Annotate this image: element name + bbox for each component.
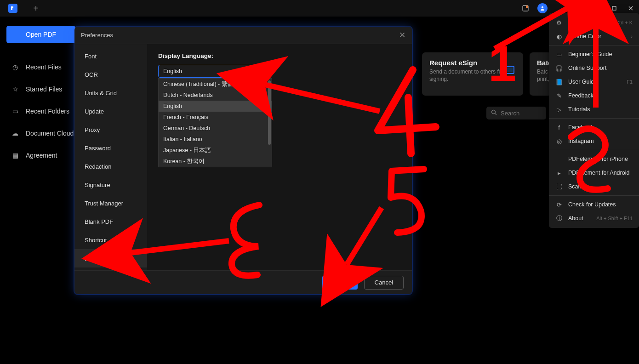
document-icon: ▤ (11, 151, 19, 159)
dialog-tab-proxy[interactable]: Proxy (74, 120, 147, 139)
star-icon: ☆ (11, 85, 19, 93)
menu-item-preferences[interactable]: ⚙PreferencesCtrl + K (549, 16, 639, 29)
sidebar-item-label: Agreement (26, 152, 57, 159)
menu-item-feedback[interactable]: ✎Feedback (549, 89, 639, 102)
menu-item-facebook[interactable]: fFacebook (549, 120, 639, 134)
display-language-label: Display Language: (158, 52, 401, 59)
menu-icon: ◐ (555, 33, 563, 40)
language-option[interactable]: Korean - 한국어 (159, 156, 272, 167)
menu-label: Online Support (568, 65, 633, 71)
dialog-tab-font[interactable]: Font (74, 47, 147, 65)
search-placeholder: Search (501, 110, 519, 117)
menu-label: Preferences (568, 19, 610, 26)
menu-label: User Guide (568, 79, 621, 85)
dialog-tab-shortcut[interactable]: Shortcut (74, 231, 147, 249)
menu-item-instagram[interactable]: ◎Instagram (549, 134, 639, 148)
combobox-dropdown: Chinese (Traditional) - 繁體中文Dutch - Nede… (158, 78, 272, 167)
language-option[interactable]: French - Français (159, 112, 272, 123)
chevron-down-icon: ▾ (258, 67, 266, 75)
dialog-close-button[interactable]: ✕ (399, 30, 405, 40)
svg-rect-4 (612, 6, 616, 10)
svg-rect-1 (526, 6, 528, 8)
menu-icon: 📘 (555, 78, 563, 85)
search-icon (491, 109, 497, 117)
menu-icon: ◎ (555, 137, 563, 145)
menu-label: Scan (568, 183, 633, 190)
sidebar-item-starred-files[interactable]: ☆Starred Files (6, 78, 75, 100)
dialog-tab-update[interactable]: Update (74, 102, 147, 120)
more-menu: ⚙PreferencesCtrl + K◐Theme Color›▭Beginn… (549, 13, 639, 228)
menu-label: Facebook (568, 124, 633, 131)
svg-line-10 (495, 114, 497, 115)
menu-item-about[interactable]: ⓘAboutAlt + Shift + F11 (549, 211, 639, 225)
panel-icon[interactable] (517, 0, 534, 17)
cloud-icon: ☁ (11, 129, 19, 137)
dialog-tab-units-grid[interactable]: Units & Grid (74, 84, 147, 102)
card-subtitle: Batc print, (537, 68, 544, 83)
language-option[interactable]: Dutch - Nederlands (159, 90, 272, 101)
language-option[interactable]: German - Deutsch (159, 123, 272, 134)
svg-rect-8 (503, 68, 513, 72)
language-option[interactable]: English (159, 101, 272, 112)
menu-item-pdfelement-for-iphone[interactable]: PDFelement for iPhone (549, 152, 639, 166)
menu-item-check-for-updates[interactable]: ⟳Check for Updates (549, 198, 639, 211)
scrollbar[interactable] (268, 80, 271, 145)
language-option[interactable]: Japanese - 日本語 (159, 145, 272, 156)
dialog-tab-signature[interactable]: Signature (74, 176, 147, 194)
menu-item-user-guide[interactable]: 📘User GuideF1 (549, 75, 639, 89)
user-avatar[interactable] (537, 3, 548, 13)
sidebar-item-label: Recent Folders (26, 108, 69, 115)
menu-item-online-support[interactable]: 🎧Online Support (549, 61, 639, 75)
language-option[interactable]: Italian - Italiano (159, 134, 272, 145)
language-combobox[interactable]: English ▾ Chinese (Traditional) - 繁體中文Du… (158, 65, 271, 78)
separator (586, 4, 587, 12)
search-input[interactable]: Search (486, 107, 546, 119)
menu-item-tutorials[interactable]: ▷Tutorials (549, 102, 639, 116)
menu-icon: ⟳ (555, 201, 563, 208)
kebab-icon: ⋮ (572, 4, 579, 13)
dialog-tab-password[interactable]: Password (74, 139, 147, 157)
language-option[interactable]: Chinese (Traditional) - 繁體中文 (159, 79, 272, 90)
menu-item-scan[interactable]: ⛶Scan (549, 180, 639, 193)
menu-item-pdfelement-for-android[interactable]: ▸PDFelement for Android (549, 166, 639, 180)
dialog-title: Preferences (81, 32, 113, 39)
menu-separator (549, 118, 639, 119)
open-pdf-button[interactable]: Open PDF (6, 26, 75, 43)
sidebar-item-recent-files[interactable]: ◷Recent Files (6, 56, 75, 78)
menu-label: Feedback (568, 92, 633, 99)
menu-label: About (568, 215, 591, 222)
dialog-sidebar: FontOCRUnits & GridUpdateProxyPasswordRe… (74, 44, 147, 270)
sidebar-item-recent-folders[interactable]: ▭Recent Folders (6, 100, 75, 122)
new-tab-button[interactable]: + (29, 2, 42, 15)
menu-label: Check for Updates (568, 201, 633, 208)
preferences-dialog: Preferences ✕ FontOCRUnits & GridUpdateP… (74, 27, 412, 294)
batch-card[interactable]: Batc Batc print, (530, 52, 552, 96)
more-menu-button[interactable]: ⋮ (570, 3, 582, 14)
dialog-tab-language[interactable]: Language (74, 249, 147, 267)
cancel-button[interactable]: Cancel (364, 276, 404, 290)
dialog-tab-ocr[interactable]: OCR (74, 65, 147, 84)
apply-button[interactable]: Apply (322, 276, 358, 290)
folder-icon: ▭ (11, 107, 19, 115)
dialog-content: Display Language: English ▾ Chinese (Tra… (147, 44, 412, 270)
menu-icon: ⓘ (555, 215, 563, 222)
dialog-tab-blank-pdf[interactable]: Blank PDF (74, 212, 147, 231)
menu-item-theme-color[interactable]: ◐Theme Color› (549, 29, 639, 43)
sidebar-item-label: Recent Files (26, 63, 62, 71)
request-esign-card[interactable]: Request eSign Send a document to others … (422, 52, 523, 96)
menu-separator (549, 45, 639, 46)
menu-separator (549, 195, 639, 196)
sidebar-item-agreement[interactable]: ▤Agreement (6, 144, 75, 166)
dialog-header: Preferences ✕ (74, 27, 412, 44)
titlebar: + ⋮ (0, 0, 639, 17)
menu-shortcut: F1 (627, 79, 633, 85)
menu-item-beginner-s-guide[interactable]: ▭Beginner's Guide (549, 47, 639, 61)
menu-separator (549, 150, 639, 150)
sidebar-item-document-cloud[interactable]: ☁Document Cloud (6, 122, 75, 144)
dialog-tab-redaction[interactable]: Redaction (74, 157, 147, 176)
card-title: Request eSign (429, 59, 516, 67)
svg-point-2 (542, 6, 543, 8)
menu-icon: ⚙ (555, 19, 563, 26)
dialog-tab-trust-manager[interactable]: Trust Manager (74, 194, 147, 212)
esign-icon (499, 66, 517, 82)
